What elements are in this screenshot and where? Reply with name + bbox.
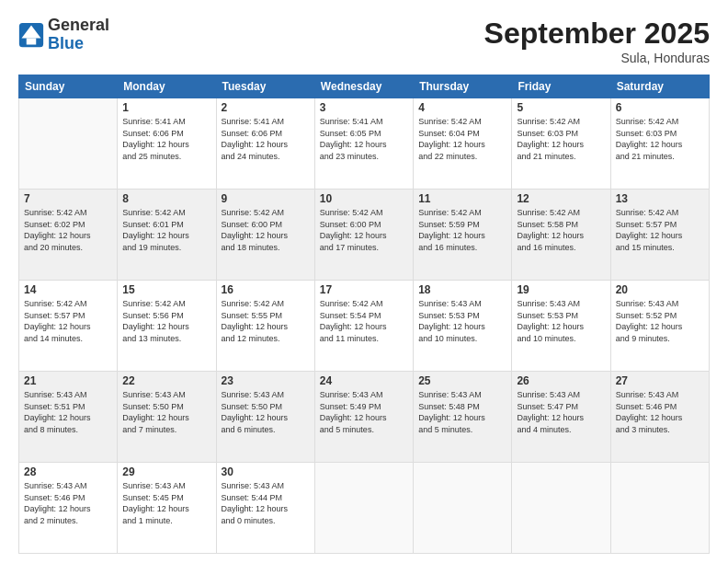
day-cell: 21Sunrise: 5:43 AM Sunset: 5:51 PM Dayli… (19, 372, 118, 463)
calendar-table: SundayMondayTuesdayWednesdayThursdayFrid… (18, 75, 710, 554)
day-cell: 28Sunrise: 5:43 AM Sunset: 5:46 PM Dayli… (19, 463, 118, 554)
day-cell (610, 463, 709, 554)
day-cell: 8Sunrise: 5:42 AM Sunset: 6:01 PM Daylig… (118, 190, 216, 281)
logo-blue-text: Blue (48, 35, 109, 53)
day-cell: 16Sunrise: 5:42 AM Sunset: 5:55 PM Dayli… (216, 281, 314, 372)
day-cell: 23Sunrise: 5:43 AM Sunset: 5:50 PM Dayli… (216, 372, 314, 463)
day-number: 11 (418, 192, 506, 205)
day-number: 26 (517, 374, 605, 387)
day-info: Sunrise: 5:41 AM Sunset: 6:06 PM Dayligh… (122, 116, 210, 162)
day-cell: 4Sunrise: 5:42 AM Sunset: 6:04 PM Daylig… (414, 98, 512, 190)
day-info: Sunrise: 5:43 AM Sunset: 5:48 PM Dayligh… (418, 389, 506, 435)
title-block: September 2025 Sula, Honduras (484, 17, 710, 65)
day-info: Sunrise: 5:43 AM Sunset: 5:44 PM Dayligh… (222, 480, 310, 526)
col-header-tuesday: Tuesday (216, 75, 314, 98)
day-number: 16 (222, 283, 310, 296)
day-info: Sunrise: 5:43 AM Sunset: 5:50 PM Dayligh… (122, 389, 210, 435)
day-cell (414, 463, 512, 554)
day-info: Sunrise: 5:42 AM Sunset: 6:00 PM Dayligh… (222, 207, 310, 253)
day-info: Sunrise: 5:43 AM Sunset: 5:53 PM Dayligh… (517, 298, 605, 344)
day-cell: 6Sunrise: 5:42 AM Sunset: 6:03 PM Daylig… (610, 98, 709, 190)
day-number: 20 (616, 283, 704, 296)
day-info: Sunrise: 5:42 AM Sunset: 5:56 PM Dayligh… (122, 298, 210, 344)
day-number: 30 (222, 465, 310, 478)
day-cell: 20Sunrise: 5:43 AM Sunset: 5:52 PM Dayli… (610, 281, 709, 372)
logo-general-text: General (48, 17, 109, 35)
day-number: 17 (320, 283, 408, 296)
day-number: 5 (517, 101, 605, 114)
day-cell: 5Sunrise: 5:42 AM Sunset: 6:03 PM Daylig… (512, 98, 610, 190)
day-cell: 1Sunrise: 5:41 AM Sunset: 6:06 PM Daylig… (118, 98, 216, 190)
header: General Blue September 2025 Sula, Hondur… (18, 17, 710, 65)
col-header-monday: Monday (118, 75, 216, 98)
day-number: 8 (122, 192, 210, 205)
day-number: 1 (122, 101, 210, 114)
day-cell: 7Sunrise: 5:42 AM Sunset: 6:02 PM Daylig… (19, 190, 118, 281)
week-row-2: 14Sunrise: 5:42 AM Sunset: 5:57 PM Dayli… (19, 281, 710, 372)
day-cell: 18Sunrise: 5:43 AM Sunset: 5:53 PM Dayli… (414, 281, 512, 372)
week-row-1: 7Sunrise: 5:42 AM Sunset: 6:02 PM Daylig… (19, 190, 710, 281)
day-number: 25 (418, 374, 506, 387)
day-number: 22 (122, 374, 210, 387)
logo-text: General Blue (48, 17, 109, 53)
day-info: Sunrise: 5:43 AM Sunset: 5:45 PM Dayligh… (122, 480, 210, 526)
day-cell (19, 98, 118, 190)
day-info: Sunrise: 5:42 AM Sunset: 6:03 PM Dayligh… (517, 116, 605, 162)
day-number: 12 (517, 192, 605, 205)
day-cell: 17Sunrise: 5:42 AM Sunset: 5:54 PM Dayli… (314, 281, 413, 372)
page: General Blue September 2025 Sula, Hondur… (0, 0, 728, 563)
day-number: 2 (222, 101, 310, 114)
day-cell: 9Sunrise: 5:42 AM Sunset: 6:00 PM Daylig… (216, 190, 314, 281)
day-info: Sunrise: 5:42 AM Sunset: 5:57 PM Dayligh… (24, 298, 112, 344)
col-header-thursday: Thursday (414, 75, 512, 98)
day-info: Sunrise: 5:42 AM Sunset: 5:59 PM Dayligh… (418, 207, 506, 253)
day-cell: 2Sunrise: 5:41 AM Sunset: 6:06 PM Daylig… (216, 98, 314, 190)
day-info: Sunrise: 5:43 AM Sunset: 5:53 PM Dayligh… (418, 298, 506, 344)
day-number: 3 (320, 101, 408, 114)
day-info: Sunrise: 5:43 AM Sunset: 5:50 PM Dayligh… (222, 389, 310, 435)
day-cell: 25Sunrise: 5:43 AM Sunset: 5:48 PM Dayli… (414, 372, 512, 463)
week-row-3: 21Sunrise: 5:43 AM Sunset: 5:51 PM Dayli… (19, 372, 710, 463)
day-info: Sunrise: 5:43 AM Sunset: 5:46 PM Dayligh… (616, 389, 704, 435)
day-info: Sunrise: 5:42 AM Sunset: 5:54 PM Dayligh… (320, 298, 408, 344)
day-cell: 26Sunrise: 5:43 AM Sunset: 5:47 PM Dayli… (512, 372, 610, 463)
day-number: 28 (24, 465, 112, 478)
day-cell: 19Sunrise: 5:43 AM Sunset: 5:53 PM Dayli… (512, 281, 610, 372)
day-info: Sunrise: 5:41 AM Sunset: 6:05 PM Dayligh… (320, 116, 408, 162)
day-number: 9 (222, 192, 310, 205)
day-cell: 13Sunrise: 5:42 AM Sunset: 5:57 PM Dayli… (610, 190, 709, 281)
day-info: Sunrise: 5:42 AM Sunset: 6:01 PM Dayligh… (122, 207, 210, 253)
day-info: Sunrise: 5:42 AM Sunset: 6:04 PM Dayligh… (418, 116, 506, 162)
day-info: Sunrise: 5:43 AM Sunset: 5:47 PM Dayligh… (517, 389, 605, 435)
day-info: Sunrise: 5:42 AM Sunset: 5:58 PM Dayligh… (517, 207, 605, 253)
day-number: 13 (616, 192, 704, 205)
day-number: 7 (24, 192, 112, 205)
svg-rect-2 (27, 38, 37, 44)
day-cell: 24Sunrise: 5:43 AM Sunset: 5:49 PM Dayli… (314, 372, 413, 463)
day-number: 21 (24, 374, 112, 387)
day-cell: 30Sunrise: 5:43 AM Sunset: 5:44 PM Dayli… (216, 463, 314, 554)
day-number: 10 (320, 192, 408, 205)
day-number: 27 (616, 374, 704, 387)
day-info: Sunrise: 5:43 AM Sunset: 5:51 PM Dayligh… (24, 389, 112, 435)
day-number: 14 (24, 283, 112, 296)
day-info: Sunrise: 5:42 AM Sunset: 5:57 PM Dayligh… (616, 207, 704, 253)
day-cell: 22Sunrise: 5:43 AM Sunset: 5:50 PM Dayli… (118, 372, 216, 463)
week-row-0: 1Sunrise: 5:41 AM Sunset: 6:06 PM Daylig… (19, 98, 710, 190)
day-cell (512, 463, 610, 554)
day-info: Sunrise: 5:43 AM Sunset: 5:49 PM Dayligh… (320, 389, 408, 435)
month-title: September 2025 (484, 17, 710, 51)
logo: General Blue (18, 17, 109, 53)
day-info: Sunrise: 5:43 AM Sunset: 5:46 PM Dayligh… (24, 480, 112, 526)
subtitle: Sula, Honduras (484, 51, 710, 65)
day-number: 6 (616, 101, 704, 114)
day-number: 24 (320, 374, 408, 387)
day-number: 29 (122, 465, 210, 478)
day-cell: 29Sunrise: 5:43 AM Sunset: 5:45 PM Dayli… (118, 463, 216, 554)
col-header-saturday: Saturday (610, 75, 709, 98)
day-cell: 10Sunrise: 5:42 AM Sunset: 6:00 PM Dayli… (314, 190, 413, 281)
logo-icon (18, 22, 44, 48)
day-info: Sunrise: 5:42 AM Sunset: 6:02 PM Dayligh… (24, 207, 112, 253)
col-header-sunday: Sunday (19, 75, 118, 98)
day-cell (314, 463, 413, 554)
